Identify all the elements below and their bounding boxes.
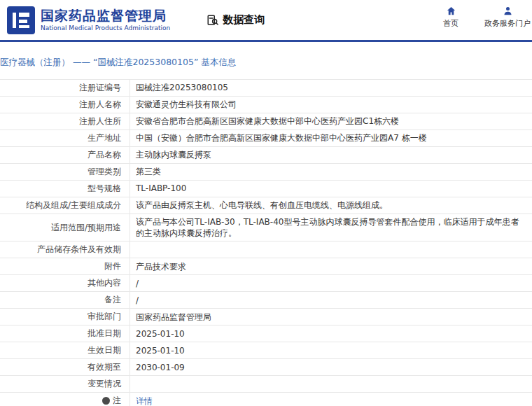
row-label: 生效日期 bbox=[0, 342, 130, 358]
row-label: 管理类别 bbox=[0, 164, 130, 180]
table-row: 注 详情 bbox=[0, 393, 532, 406]
page-header: 国家药品监督管理局 National Medical Products Admi… bbox=[0, 0, 532, 40]
row-label: 生产地址 bbox=[0, 130, 130, 146]
row-label: 有效期至 bbox=[0, 359, 130, 375]
row-value: 国家药品监督管理局 bbox=[130, 309, 532, 325]
row-label: 注册人名称 bbox=[0, 97, 130, 113]
table-row: 生效日期 2025-01-10 bbox=[0, 342, 532, 359]
home-icon bbox=[446, 6, 456, 16]
row-value: 2025-01-10 bbox=[130, 342, 532, 358]
nav-home-label: 首页 bbox=[443, 18, 458, 29]
row-label: 附件 bbox=[0, 258, 130, 274]
table-row: 批准日期 2025-01-10 bbox=[0, 326, 532, 342]
breadcrumb: 医疗器械（注册） —— “国械注准20253080105” 基本信息 bbox=[0, 42, 532, 79]
row-value: 第三类 bbox=[130, 164, 532, 180]
row-value: / bbox=[130, 275, 532, 291]
row-value: 2030-01-09 bbox=[130, 359, 532, 375]
nav-portal-label: 政务服务门户 bbox=[484, 18, 531, 29]
row-label: 产品名称 bbox=[0, 147, 130, 163]
row-value: 产品技术要求 bbox=[130, 258, 532, 274]
detail-link[interactable]: 详情 bbox=[136, 396, 153, 406]
row-label: 注 bbox=[0, 393, 130, 406]
row-value: 国械注准20253080105 bbox=[130, 80, 532, 96]
row-value bbox=[130, 241, 532, 258]
table-row: 生产地址 中国（安徽）合肥市合肥高新区国家健康大数据中部中心医药产业园A7 栋一… bbox=[0, 130, 532, 147]
info-table: 注册证编号 国械注准20253080105 注册人名称 安徽通灵仿生科技有限公司… bbox=[0, 79, 532, 406]
table-row: 型号规格 TL-IABP-100 bbox=[0, 181, 532, 197]
table-row: 附件 产品技术要求 bbox=[0, 258, 532, 275]
nav-item-portal[interactable]: 政务服务门户 bbox=[484, 6, 531, 29]
row-value: 安徽省合肥市合肥高新区国家健康大数据中部中心医药产业园C1栋六楼 bbox=[130, 113, 532, 130]
table-row: 变更情况 bbox=[0, 376, 532, 393]
nmpa-logo-icon bbox=[7, 6, 35, 34]
row-label: 产品储存条件及有效期 bbox=[0, 241, 130, 258]
user-icon bbox=[503, 6, 513, 16]
row-value: TL-IABP-100 bbox=[130, 181, 532, 197]
row-value: 2025-01-10 bbox=[130, 326, 532, 342]
row-label: 注册证编号 bbox=[0, 80, 130, 96]
table-row: 产品储存条件及有效期 bbox=[0, 241, 532, 258]
row-label: 其他内容 bbox=[0, 275, 130, 291]
top-nav: 首页 政务服务门户 bbox=[435, 6, 531, 29]
org-name-en: National Medical Products Administration bbox=[41, 24, 170, 31]
row-label: 批准日期 bbox=[0, 326, 130, 342]
row-value: 主动脉内球囊反搏泵 bbox=[130, 147, 532, 163]
table-row: 注册人住所 安徽省合肥市合肥高新区国家健康大数据中部中心医药产业园C1栋六楼 bbox=[0, 113, 532, 130]
row-label: 变更情况 bbox=[0, 376, 130, 392]
row-value bbox=[130, 376, 532, 392]
row-value: 详情 bbox=[130, 393, 532, 406]
row-value: 该产品与本公司TL-IAB-30，TL-IAB-40型号主动脉内球囊反搏导管套件… bbox=[130, 214, 532, 241]
table-row: 适用范围/预期用途 该产品与本公司TL-IAB-30，TL-IAB-40型号主动… bbox=[0, 214, 532, 241]
table-row: 有效期至 2030-01-09 bbox=[0, 359, 532, 376]
nav-item-home[interactable]: 首页 bbox=[435, 6, 466, 29]
row-label: 备注 bbox=[0, 292, 130, 308]
table-row: 审批部门 国家药品监督管理局 bbox=[0, 309, 532, 326]
row-label: 注册人住所 bbox=[0, 113, 130, 130]
table-row: 备注 / bbox=[0, 292, 532, 309]
table-row: 产品名称 主动脉内球囊反搏泵 bbox=[0, 147, 532, 164]
table-row: 注册证编号 国械注准20253080105 bbox=[0, 80, 532, 97]
note-icon bbox=[102, 397, 110, 405]
org-name-zh: 国家药品监督管理局 bbox=[41, 8, 170, 23]
row-value: 安徽通灵仿生科技有限公司 bbox=[130, 97, 532, 113]
row-label: 适用范围/预期用途 bbox=[0, 214, 130, 241]
data-query-label: 数据查询 bbox=[223, 13, 265, 27]
row-label: 审批部门 bbox=[0, 309, 130, 325]
nmpa-logo[interactable]: 国家药品监督管理局 National Medical Products Admi… bbox=[7, 6, 170, 34]
row-value: 该产品由反搏泵主机、心电导联线、有创血压电缆线、电源线组成。 bbox=[130, 197, 532, 214]
table-row: 结构及组成/主要组成成分 该产品由反搏泵主机、心电导联线、有创血压电缆线、电源线… bbox=[0, 197, 532, 214]
table-row: 注册人名称 安徽通灵仿生科技有限公司 bbox=[0, 97, 532, 113]
row-label: 型号规格 bbox=[0, 181, 130, 197]
row-value: / bbox=[130, 292, 532, 308]
row-value: 中国（安徽）合肥市合肥高新区国家健康大数据中部中心医药产业园A7 栋一楼 bbox=[130, 130, 532, 146]
row-label: 结构及组成/主要组成成分 bbox=[0, 197, 130, 214]
table-row: 管理类别 第三类 bbox=[0, 164, 532, 181]
table-row: 其他内容 / bbox=[0, 275, 532, 292]
data-query-icon bbox=[206, 14, 219, 27]
data-query-tab[interactable]: 数据查询 bbox=[206, 13, 265, 27]
